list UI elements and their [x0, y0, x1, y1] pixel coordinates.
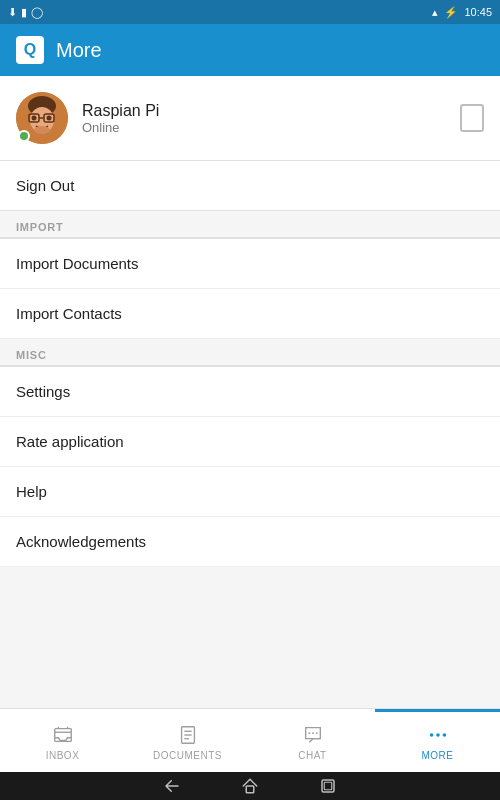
time-display: 10:45 [464, 6, 492, 18]
signal-icon: ⚡ [444, 6, 458, 19]
home-button[interactable] [241, 777, 259, 795]
bluetooth-icon: ◯ [31, 6, 43, 19]
more-icon [426, 723, 450, 747]
app-logo: Q [16, 36, 44, 64]
nav-documents[interactable]: DOCUMENTS [125, 709, 250, 772]
svg-point-19 [442, 733, 446, 737]
svg-point-7 [47, 116, 52, 121]
svg-point-6 [32, 116, 37, 121]
chat-icon [301, 723, 325, 747]
app-bar: Q More [0, 24, 500, 76]
inbox-label: INBOX [46, 750, 80, 761]
back-button[interactable] [163, 777, 181, 795]
status-bar-left: ⬇ ▮ ◯ [8, 6, 43, 19]
chat-label: CHAT [298, 750, 326, 761]
nav-inbox[interactable]: INBOX [0, 709, 125, 772]
acknowledgements-item[interactable]: Acknowledgements [0, 517, 500, 567]
rate-application-item[interactable]: Rate application [0, 417, 500, 467]
nav-more[interactable]: MORE [375, 709, 500, 772]
bottom-nav: INBOX DOCUMENTS CHAT [0, 708, 500, 772]
tablet-icon [460, 104, 484, 132]
user-details: Raspian Pi Online [82, 102, 159, 135]
svg-point-18 [436, 733, 440, 737]
dropbox-icon: ⬇ [8, 6, 17, 19]
user-status: Online [82, 120, 159, 135]
documents-icon [176, 723, 200, 747]
svg-point-14 [308, 732, 310, 734]
svg-point-16 [315, 732, 317, 734]
recents-button[interactable] [319, 777, 337, 795]
help-item[interactable]: Help [0, 467, 500, 517]
status-bar-right: ▴ ⚡ 10:45 [432, 6, 492, 19]
svg-point-17 [429, 733, 433, 737]
svg-point-15 [312, 732, 314, 734]
misc-section-header: MISC [0, 339, 500, 366]
settings-item[interactable]: Settings [0, 367, 500, 417]
content-area: Raspian Pi Online Sign Out IMPORT Import… [0, 76, 500, 708]
android-nav-bar [0, 772, 500, 800]
svg-point-8 [34, 126, 50, 134]
status-bar: ⬇ ▮ ◯ ▴ ⚡ 10:45 [0, 0, 500, 24]
svg-rect-9 [54, 729, 71, 742]
documents-label: DOCUMENTS [153, 750, 222, 761]
user-name: Raspian Pi [82, 102, 159, 120]
sign-out-item[interactable]: Sign Out [0, 161, 500, 211]
wifi-icon: ▴ [432, 6, 438, 19]
avatar-container [16, 92, 68, 144]
online-indicator [18, 130, 30, 142]
app-bar-title: More [56, 39, 102, 62]
nav-chat[interactable]: CHAT [250, 709, 375, 772]
user-info: Raspian Pi Online [16, 92, 159, 144]
inbox-icon [51, 723, 75, 747]
user-section: Raspian Pi Online [0, 76, 500, 161]
svg-rect-20 [246, 786, 254, 793]
svg-rect-22 [324, 782, 332, 790]
more-label: MORE [422, 750, 454, 761]
import-documents-item[interactable]: Import Documents [0, 239, 500, 289]
import-section-header: IMPORT [0, 211, 500, 238]
import-contacts-item[interactable]: Import Contacts [0, 289, 500, 339]
sim-icon: ▮ [21, 6, 27, 19]
